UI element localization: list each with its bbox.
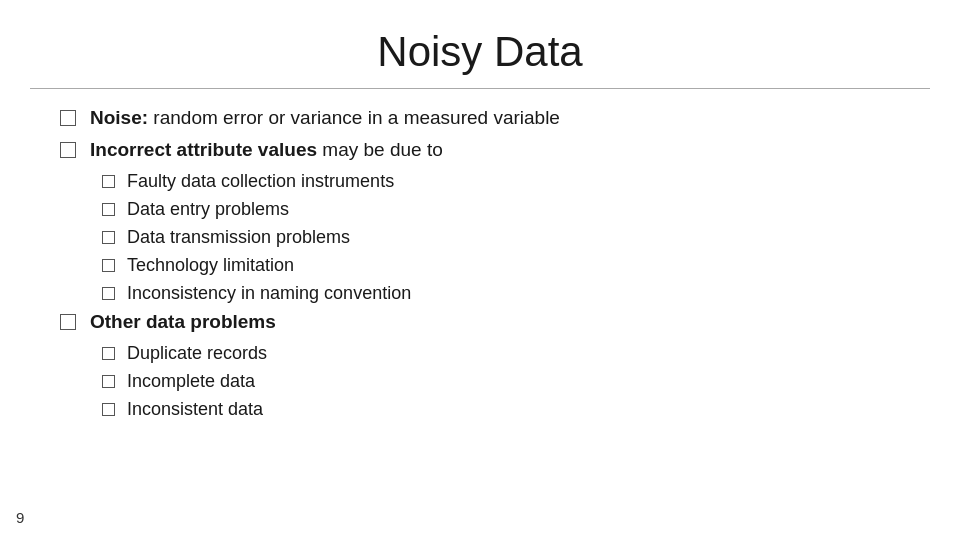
- checkbox-icon-incorrect: [60, 142, 76, 158]
- sub-bullet-incomplete: Incomplete data: [60, 371, 910, 392]
- bullet-incorrect-text: Incorrect attribute values may be due to: [90, 139, 443, 161]
- checkbox-icon-other: [60, 314, 76, 330]
- sub-bullet-inconsistent-text: Inconsistent data: [127, 399, 263, 420]
- page-number: 9: [16, 509, 24, 526]
- bullet-noise: Noise: random error or variance in a mea…: [60, 107, 910, 129]
- checkbox-icon-noise: [60, 110, 76, 126]
- sub-bullet-entry: Data entry problems: [60, 199, 910, 220]
- sub-bullet-inconsistency-text: Inconsistency in naming convention: [127, 283, 411, 304]
- sub-bullet-inconsistent: Inconsistent data: [60, 399, 910, 420]
- sub-bullet-entry-text: Data entry problems: [127, 199, 289, 220]
- noise-bold: Noise:: [90, 107, 148, 128]
- slide-title: Noisy Data: [60, 28, 900, 76]
- title-area: Noisy Data: [0, 0, 960, 88]
- checkbox-icon-inconsistency: [102, 287, 115, 300]
- checkbox-icon-faulty: [102, 175, 115, 188]
- sub-bullet-transmission-text: Data transmission problems: [127, 227, 350, 248]
- sub-bullet-faulty: Faulty data collection instruments: [60, 171, 910, 192]
- sub-bullet-incomplete-text: Incomplete data: [127, 371, 255, 392]
- checkbox-icon-incomplete: [102, 375, 115, 388]
- sub-bullet-duplicate: Duplicate records: [60, 343, 910, 364]
- bullet-other: Other data problems: [60, 311, 910, 333]
- content-area: Noise: random error or variance in a mea…: [0, 107, 960, 420]
- checkbox-icon-transmission: [102, 231, 115, 244]
- sub-bullet-inconsistency: Inconsistency in naming convention: [60, 283, 910, 304]
- sub-bullet-duplicate-text: Duplicate records: [127, 343, 267, 364]
- other-bold: Other data problems: [90, 311, 276, 332]
- bullet-other-text: Other data problems: [90, 311, 276, 333]
- sub-bullet-faulty-text: Faulty data collection instruments: [127, 171, 394, 192]
- checkbox-icon-entry: [102, 203, 115, 216]
- sub-bullet-technology-text: Technology limitation: [127, 255, 294, 276]
- sub-bullet-technology: Technology limitation: [60, 255, 910, 276]
- checkbox-icon-inconsistent: [102, 403, 115, 416]
- noise-text: random error or variance in a measured v…: [148, 107, 560, 128]
- incorrect-bold: Incorrect attribute values: [90, 139, 317, 160]
- bullet-noise-text: Noise: random error or variance in a mea…: [90, 107, 560, 129]
- slide-container: Noisy Data Noise: random error or varian…: [0, 0, 960, 540]
- sub-bullet-transmission: Data transmission problems: [60, 227, 910, 248]
- incorrect-text: may be due to: [317, 139, 443, 160]
- checkbox-icon-technology: [102, 259, 115, 272]
- divider: [30, 88, 930, 89]
- bullet-incorrect: Incorrect attribute values may be due to: [60, 139, 910, 161]
- checkbox-icon-duplicate: [102, 347, 115, 360]
